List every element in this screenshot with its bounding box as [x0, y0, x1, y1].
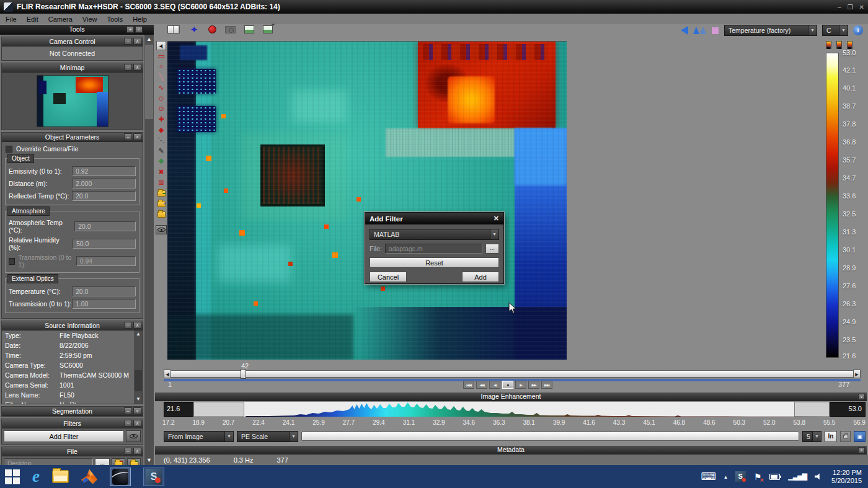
add-filter-button[interactable]: Add Filter — [4, 430, 124, 442]
battery-icon[interactable] — [769, 474, 780, 480]
tray-expand-icon[interactable]: ▴ — [724, 474, 727, 480]
menu-file[interactable]: File — [6, 16, 17, 23]
collapse-panel-icon[interactable]: ∧ — [133, 64, 141, 71]
palette-swatch-icon[interactable] — [711, 27, 719, 35]
temperature-colorbar[interactable] — [826, 53, 839, 358]
menu-edit[interactable]: Edit — [27, 16, 38, 23]
colorbar-manual-icon[interactable] — [847, 41, 852, 49]
file-path-input[interactable]: Desktop — [4, 458, 93, 465]
add-roi-file-icon[interactable]: + — [156, 199, 166, 208]
fast-forward-button[interactable]: ▶▶ — [528, 381, 539, 389]
taskbar-clock[interactable]: 12:20 PM 5/20/2015 — [831, 469, 862, 485]
save-image-icon[interactable] — [244, 25, 254, 33]
filter-visibility-button[interactable] — [126, 430, 141, 442]
frame-slider-thumb[interactable] — [241, 369, 246, 379]
minimize-panel-icon[interactable]: – — [124, 38, 132, 45]
thermal-image-view[interactable] — [167, 41, 567, 360]
range-max-input[interactable]: 53.0 — [830, 402, 866, 417]
first-frame-button[interactable]: |◀◀ — [463, 381, 474, 389]
optics-temp-field[interactable]: 20.0 — [72, 286, 136, 296]
polygon-roi-icon[interactable]: ◇ — [156, 94, 166, 103]
line-roi-icon[interactable]: ╲ — [156, 73, 166, 82]
delete-roi-icon[interactable]: ✖ — [156, 167, 166, 177]
menu-help[interactable]: Help — [133, 16, 147, 23]
colorbar-auto-icon[interactable] — [836, 41, 842, 49]
info-icon[interactable]: i — [853, 25, 863, 35]
minimize-panel-icon[interactable]: – — [124, 64, 132, 71]
sidebar-scrollbar[interactable]: ▲ ▼ — [144, 35, 154, 465]
scroll-down-icon[interactable]: ▼ — [144, 456, 154, 465]
spot-roi-icon[interactable]: ⊙ — [156, 104, 166, 113]
expand-panel-icon[interactable]: ∨ — [133, 407, 141, 414]
cross-roi-icon[interactable]: ✚ — [156, 115, 166, 124]
draw-tool-icon[interactable]: ✎ — [156, 146, 166, 156]
enhancement-slider[interactable] — [301, 432, 799, 441]
record-icon[interactable] — [208, 25, 216, 33]
points-tool-icon[interactable]: ⋱ — [156, 136, 166, 145]
minimize-panel-icon[interactable]: – — [124, 133, 132, 140]
reset-button[interactable]: Reset — [370, 257, 499, 268]
flip-vertical-icon[interactable] — [693, 27, 706, 34]
minimize-panel-icon[interactable]: – — [124, 420, 132, 427]
recorder-taskbar-button[interactable]: S — [143, 468, 164, 486]
ln-scale-button[interactable]: ln — [825, 431, 837, 442]
marker-roi-icon[interactable]: ◆ — [156, 125, 166, 135]
menu-view[interactable]: View — [82, 16, 97, 23]
matlab-icon[interactable] — [81, 469, 97, 484]
collapse-panel-icon[interactable]: ∧ — [133, 38, 141, 45]
network-signal-icon[interactable]: ▁▃▅▇ — [788, 472, 807, 481]
goto-folder-button[interactable]: ➦ — [127, 458, 141, 465]
play-button[interactable]: ▶ — [515, 381, 526, 389]
keyboard-icon[interactable]: ⌨ — [701, 470, 717, 483]
crosshair-icon[interactable]: ✦ — [188, 25, 200, 34]
transmission-checkbox[interactable] — [9, 258, 15, 265]
scroll-up-icon[interactable]: ▲ — [134, 331, 143, 339]
scroll-down-icon[interactable]: ▼ — [134, 396, 143, 404]
minimize-panel-icon[interactable]: – — [124, 448, 132, 455]
flip-horizontal-icon[interactable] — [681, 26, 688, 35]
export-image-icon[interactable] — [263, 25, 273, 33]
add-panel-button[interactable]: + — [126, 26, 134, 33]
scroll-up-icon[interactable]: ▲ — [144, 35, 154, 44]
override-checkbox[interactable] — [6, 146, 12, 153]
color-tool-icon[interactable]: ❖ — [156, 157, 166, 166]
source-scrollbar[interactable]: ▲ ▼ — [134, 331, 143, 404]
filter-type-select[interactable]: MATLAB ▼ — [370, 229, 499, 240]
image-enhancement-header[interactable]: Image Enhancement ∨ — [155, 393, 867, 401]
collapse-section-icon[interactable]: ∧ — [858, 447, 865, 453]
volume-icon[interactable] — [815, 473, 823, 481]
roi-visibility-button[interactable] — [156, 225, 167, 234]
rectangle-roi-icon[interactable]: ▭ — [156, 51, 166, 61]
collapse-panel-icon[interactable]: ∧ — [133, 420, 141, 427]
collapse-sidebar-button[interactable]: ‹ — [135, 26, 143, 33]
collapse-panel-icon[interactable]: ∧ — [133, 322, 141, 329]
filter-browse-button[interactable]: ... — [485, 244, 499, 254]
dialog-title-bar[interactable]: Add Filter ✕ — [365, 213, 503, 224]
cursor-tool-icon[interactable]: ➤ — [156, 41, 166, 50]
save-settings-button[interactable]: ▣ — [854, 431, 866, 442]
last-frame-button[interactable]: ▶▶| — [541, 381, 552, 389]
units-select[interactable]: C ▼ — [822, 25, 848, 36]
internet-explorer-icon[interactable]: e — [32, 468, 40, 485]
frame-slider-track[interactable] — [164, 370, 861, 378]
filter-file-input[interactable]: adaptagc.m — [385, 244, 482, 254]
recorder-tray-icon[interactable]: S — [735, 471, 746, 482]
minimize-panel-icon[interactable]: – — [124, 322, 132, 329]
minimap-thumbnail[interactable] — [37, 75, 108, 127]
reflected-temp-field[interactable]: 20.0 — [72, 191, 136, 201]
browse-button[interactable]: ... — [95, 458, 110, 465]
humidity-field[interactable]: 50.0 — [73, 239, 136, 249]
step-back-button[interactable]: ◀ — [489, 381, 500, 389]
emissivity-field[interactable]: 0.92 — [72, 166, 136, 176]
atmospheric-temp-field[interactable]: 20.0 — [74, 221, 136, 231]
range-min-input[interactable]: 21.6 — [164, 402, 193, 417]
minimize-panel-icon[interactable]: – — [124, 407, 132, 414]
file-explorer-icon[interactable] — [52, 470, 69, 483]
lock-button[interactable] — [840, 431, 851, 442]
open-folder-button[interactable]: ➦ — [112, 458, 125, 465]
open-roi-icon[interactable]: ➦ — [156, 189, 166, 198]
colorbar-preset-icon[interactable] — [826, 41, 831, 49]
filter-size-spinner[interactable]: 5 ▼ — [802, 431, 822, 442]
action-center-icon[interactable]: ⚑ — [754, 472, 762, 482]
delete-all-roi-icon[interactable]: ⊠ — [156, 178, 166, 187]
